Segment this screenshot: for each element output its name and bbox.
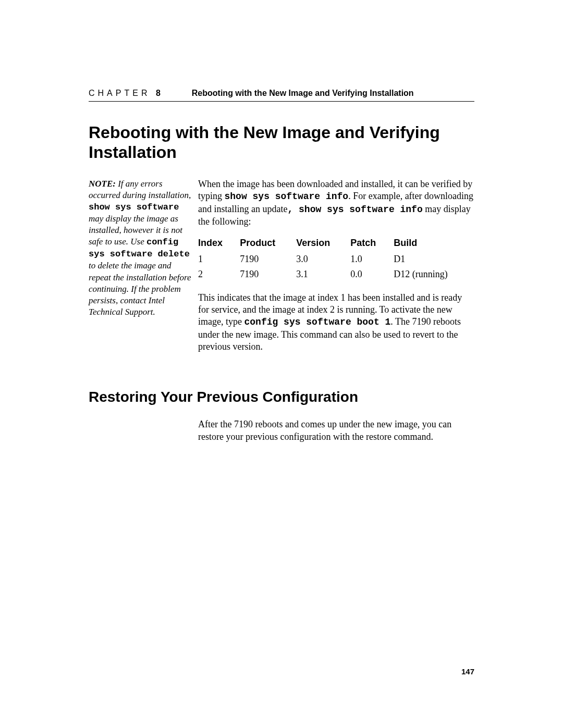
table-row: 1 7190 3.0 1.0 D1 <box>198 252 474 267</box>
cell: 3.0 <box>296 252 350 267</box>
page-number: 147 <box>461 667 474 676</box>
th-version: Version <box>296 235 350 251</box>
sidebar-note: NOTE: If any errors occurred during inst… <box>89 178 193 318</box>
cell: 1.0 <box>350 252 394 267</box>
p3-code-1: restore <box>366 431 391 442</box>
th-build: Build <box>394 235 474 251</box>
cell: 7190 <box>240 267 296 282</box>
two-column-block: NOTE: If any errors occurred during inst… <box>89 178 474 361</box>
section-title-2: Restoring Your Previous Configuration <box>89 389 474 405</box>
cell: 2 <box>198 267 240 282</box>
page-header: CHAPTER 8 Rebooting with the New Image a… <box>89 89 474 102</box>
table-row: 2 7190 3.1 0.0 D12 (running) <box>198 267 474 282</box>
p3-text-2: command. <box>391 431 433 442</box>
p1-code-1: show sys software info <box>225 191 349 202</box>
cell: 7190 <box>240 252 296 267</box>
page: CHAPTER 8 Rebooting with the New Image a… <box>0 0 563 443</box>
p2-code-1: config sys software boot 1 <box>244 317 390 327</box>
chapter-label: CHAPTER 8 <box>89 89 161 98</box>
main-column: When the image has been downloaded and i… <box>198 178 474 361</box>
th-index: Index <box>198 235 240 251</box>
paragraph-3: After the 7190 reboots and comes up unde… <box>198 418 474 443</box>
section2-body: After the 7190 reboots and comes up unde… <box>198 418 474 443</box>
paragraph-1: When the image has been downloaded and i… <box>198 178 474 228</box>
note-text-3: to delete the image and repeat the insta… <box>89 261 191 316</box>
chapter-number: 8 <box>156 89 161 97</box>
software-table: Index Product Version Patch Build 1 7190… <box>198 235 474 282</box>
note-code-1: show sys software <box>89 202 179 212</box>
note-lead: NOTE: <box>89 179 116 189</box>
cell: D12 (running) <box>394 267 474 282</box>
header-title: Rebooting with the New Image and Verifyi… <box>192 89 414 98</box>
cell: 3.1 <box>296 267 350 282</box>
paragraph-2: This indicates that the image at index 1… <box>198 292 474 353</box>
th-product: Product <box>240 235 296 251</box>
cell: 0.0 <box>350 267 394 282</box>
th-patch: Patch <box>350 235 394 251</box>
table-header-row: Index Product Version Patch Build <box>198 235 474 251</box>
p1-code-2: , show sys software info <box>287 204 422 215</box>
cell: D1 <box>394 252 474 267</box>
section-title-1: Rebooting with the New Image and Verifyi… <box>89 122 474 163</box>
chapter-word: CHAPTER <box>89 89 150 97</box>
cell: 1 <box>198 252 240 267</box>
